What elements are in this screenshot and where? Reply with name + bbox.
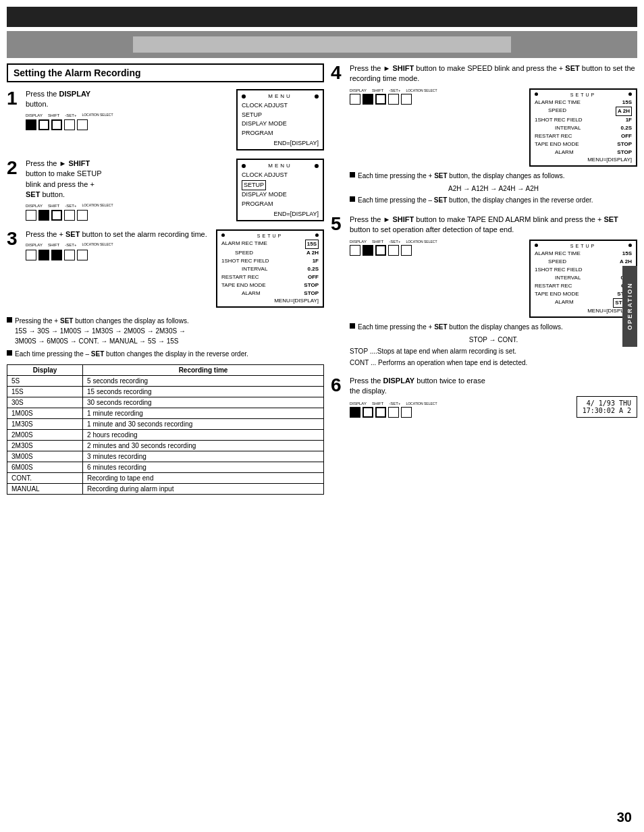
- ctrl-btn-display-3[interactable]: [26, 250, 36, 260]
- table-cell-display-1m30s: 1M30S: [7, 419, 83, 430]
- step-5-text: Press the ► SHIFT button to make TAPE EN…: [350, 215, 637, 235]
- main-content: Setting the Alarm Recording 1 Press the …: [7, 63, 637, 495]
- ctrl-btn-loc2-5[interactable]: [401, 245, 412, 256]
- ctrl-btn-shift-4[interactable]: [363, 94, 373, 105]
- setup-row-tapeend-3: TAPE END MODE STOP: [221, 281, 319, 289]
- table-cell-display-5s: 5S: [7, 376, 83, 387]
- 1shot-val-3: 1F: [313, 257, 319, 265]
- bullet-5-1: Each time pressing the + SET button the …: [350, 322, 637, 332]
- setup-row-speed-3: SPEED A 2H: [221, 249, 319, 257]
- setup-row-alarm-time-4: ALARM REC TIME 15S: [535, 99, 632, 107]
- step-3-content: Press the + SET button to set the alarm …: [26, 229, 324, 308]
- step-5: 5 Press the ► SHIFT button to make TAPE …: [331, 215, 637, 369]
- table-cell-rectime-cont: Recording to tape end: [83, 473, 324, 484]
- ctrl-btn-shift-3[interactable]: [38, 250, 49, 260]
- ctrl-btn-display-2[interactable]: [26, 210, 36, 221]
- table-cell-display-1m00s: 1M00S: [7, 408, 83, 419]
- step-6: 6 Press the DISPLAY button twice to eras…: [331, 376, 637, 418]
- setup-row-interval-3: INTERVAL 0.2S: [221, 265, 319, 273]
- ctrl-btn-loc2-3[interactable]: [77, 250, 88, 260]
- ctrl-btn-loc1[interactable]: [64, 119, 75, 130]
- ctrl-btn-loc2-2[interactable]: [77, 210, 88, 221]
- setup-row-1shot-4: 1SHOT REC FIELD 1F: [535, 116, 632, 124]
- menu-setup-2-selected: SETUP: [242, 180, 266, 191]
- step-3-number: 3: [7, 229, 20, 308]
- ctrl-label-display-6: DISPLAY: [350, 401, 367, 406]
- menu-dot-left-2: [242, 164, 246, 168]
- ctrl-btn-shift-5[interactable]: [363, 245, 373, 256]
- menu-end-1: END=[DISPLAY]: [242, 140, 319, 146]
- ctrl-btn-loc2[interactable]: [77, 119, 88, 130]
- ctrl-btn-set-5[interactable]: [375, 245, 386, 256]
- recording-table: Display Recording time 5S 5 seconds reco…: [7, 364, 324, 495]
- ctrl-btn-loc1-6[interactable]: [388, 407, 399, 418]
- ctrl-btn-set[interactable]: [51, 119, 62, 130]
- ctrl-btn-shift-2[interactable]: [38, 210, 49, 221]
- speed-label-5: SPEED: [535, 258, 566, 266]
- ctrl-btn-set-4[interactable]: [375, 94, 386, 105]
- setup-dot-r-5: [628, 244, 632, 247]
- setup-row-alarm-3: ALARM STOP: [221, 289, 319, 298]
- ctrl-btn-display-6[interactable]: [350, 407, 360, 418]
- bullet-text-3-2: Each time pressing the – SET button chan…: [15, 349, 248, 359]
- ctrl-label-display-3: DISPLAY: [26, 242, 43, 248]
- ctrl-btn-loc2-4[interactable]: [401, 94, 412, 105]
- setup-row-interval-5: INTERVAL 0.2S: [535, 274, 632, 282]
- ctrl-btn-shift-6[interactable]: [363, 407, 373, 418]
- setup-dot-r-4: [628, 92, 632, 96]
- bullet-text-4-2: Each time pressing the – SET button, the…: [358, 195, 593, 205]
- table-cell-rectime-2m00s: 2 hours recoding: [83, 430, 324, 441]
- step-4-content: Press the ► SHIFT button to make SPEED b…: [350, 63, 637, 208]
- interval-val-3: 0.2S: [308, 265, 319, 273]
- ctrl-label-location-2: LOCATION SELECT: [82, 203, 113, 209]
- restart-label-5: RESTART REC: [535, 282, 572, 290]
- ctrl-btn-shift[interactable]: [38, 119, 49, 130]
- tapeend-label-4: TAPE END MODE: [535, 140, 579, 148]
- menu-clock-adjust-2: CLOCK ADJUST: [242, 171, 319, 180]
- step-1-menu: MENU CLOCK ADJUST SETUP DISPLAY MODE PRO…: [236, 89, 324, 150]
- ctrl-btn-loc1-5[interactable]: [388, 245, 399, 256]
- menu-dot-right: [315, 94, 319, 99]
- ctrl-btn-loc1-4[interactable]: [388, 94, 399, 105]
- alarm-time-label-4: ALARM REC TIME: [535, 99, 581, 107]
- ctrl-btn-display-5[interactable]: [350, 245, 360, 256]
- table-cell-display-cont: CONT.: [7, 473, 83, 484]
- speed-label-3: SPEED: [221, 249, 253, 257]
- table-row-1m00s: 1M00S 1 minute recording: [7, 408, 324, 419]
- ctrl-btn-loc1-2[interactable]: [64, 210, 75, 221]
- interval-label-5: INTERVAL: [535, 274, 581, 282]
- ctrl-btn-loc2-6[interactable]: [401, 407, 412, 418]
- ctrl-label-shift-5: SHIFT: [372, 240, 383, 244]
- ctrl-btn-set-6[interactable]: [375, 407, 386, 418]
- ctrl-btn-display[interactable]: [26, 119, 36, 130]
- formula-5: STOP → CONT.: [350, 335, 637, 345]
- setup-title-text-3: SETUP: [257, 233, 283, 238]
- ctrl-btn-loc1-3[interactable]: [64, 250, 75, 260]
- bullet-list-step3: Pressing the + SET button changes the di…: [7, 316, 324, 359]
- ctrl-label-display-2: DISPLAY: [26, 203, 43, 209]
- setup-dot-l-3: [221, 233, 225, 237]
- table-row-3m00s: 3M00S 3 minutes recording: [7, 451, 324, 462]
- menu-program-2: PROGRAM: [242, 200, 319, 209]
- menu-dot-right-2: [315, 164, 319, 168]
- setup-row-tapeend-5: TAPE END MODE STOP: [535, 290, 632, 298]
- step-1-content: Press the DISPLAYbutton. DISPLAY SHIFT -…: [26, 89, 324, 150]
- ctrl-label-display-5: DISPLAY: [350, 240, 367, 244]
- ctrl-btn-set-2[interactable]: [51, 210, 62, 221]
- step-4-number: 4: [331, 63, 344, 208]
- step-5-setup: SETUP ALARM REC TIME 15S SPEED A 2H: [529, 240, 637, 318]
- setup-row-speed-5: SPEED A 2H: [535, 258, 632, 266]
- step-6-content: Press the DISPLAY button twice to erase …: [350, 376, 637, 418]
- setup-row-alarm-time-5: ALARM REC TIME 15S: [535, 250, 632, 258]
- table-cell-rectime-manual: Recording during alarm input: [83, 484, 324, 495]
- ctrl-btn-set-3[interactable]: [51, 250, 62, 260]
- setup-row-alarm-time-3: ALARM REC TIME 15S: [221, 240, 319, 249]
- alarm-label-4: ALARM: [535, 148, 574, 157]
- setup-end-5: MENU=[DISPLAY]: [535, 308, 632, 314]
- table-row-2m00s: 2M00S 2 hours recoding: [7, 430, 324, 441]
- setup-title-3: SETUP: [221, 233, 319, 238]
- ctrl-btn-display-4[interactable]: [350, 94, 360, 105]
- ctrl-label-set: -SET+: [65, 113, 76, 118]
- menu-end-2: END=[DISPLAY]: [242, 211, 319, 217]
- ctrl-label-location-4: LOCATION SELECT: [406, 88, 437, 92]
